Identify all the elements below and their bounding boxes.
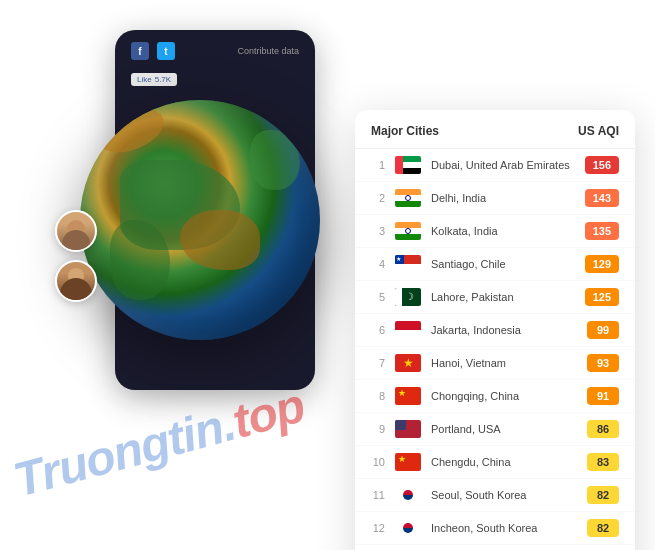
city-name: Delhi, India <box>431 192 575 204</box>
aqi-badge: 143 <box>585 189 619 207</box>
aqi-badge: 83 <box>587 453 619 471</box>
globe <box>80 100 320 340</box>
like-label: Like <box>137 75 152 84</box>
table-row: 6 Jakarta, Indonesia 99 <box>355 314 635 347</box>
city-name: Jakarta, Indonesia <box>431 324 577 336</box>
table-row: 1 Dubai, United Arab Emirates 156 <box>355 149 635 182</box>
aqi-badge: 99 <box>587 321 619 339</box>
us-aqi-label: US AQI <box>578 124 619 138</box>
facebook-icon: f <box>131 42 149 60</box>
city-name: Kolkata, India <box>431 225 575 237</box>
city-name: Portland, USA <box>431 423 577 435</box>
aqi-badge: 156 <box>585 156 619 174</box>
aqi-badge: 93 <box>587 354 619 372</box>
city-name: Santiago, Chile <box>431 258 575 270</box>
watermark-text1: Truongtin. <box>8 397 240 507</box>
rank-number: 2 <box>371 192 385 204</box>
table-row: 11 Seoul, South Korea 82 <box>355 479 635 512</box>
rank-number: 4 <box>371 258 385 270</box>
avatar-male <box>55 210 97 252</box>
city-name: Chengdu, China <box>431 456 577 468</box>
aqi-badge: 135 <box>585 222 619 240</box>
like-count: 5.7K <box>155 75 171 84</box>
city-name: Lahore, Pakistan <box>431 291 575 303</box>
aqi-badge: 86 <box>587 420 619 438</box>
globe-land-asia <box>180 210 260 270</box>
twitter-icon: t <box>157 42 175 60</box>
rank-number: 1 <box>371 159 385 171</box>
aqi-card-header: Major Cities US AQI <box>355 110 635 149</box>
globe-container <box>80 100 320 340</box>
phone-header: f t Contribute data <box>115 30 315 68</box>
table-row: 7 ★ Hanoi, Vietnam 93 <box>355 347 635 380</box>
aqi-badge: 82 <box>587 486 619 504</box>
rank-number: 7 <box>371 357 385 369</box>
table-row: 4 ★ Santiago, Chile 129 <box>355 248 635 281</box>
city-name: Hanoi, Vietnam <box>431 357 577 369</box>
avatar-container <box>55 210 97 302</box>
rank-number: 5 <box>371 291 385 303</box>
city-name: Dubai, United Arab Emirates <box>431 159 575 171</box>
avatar-female <box>55 260 97 302</box>
table-row: 10 ★ Chengdu, China 83 <box>355 446 635 479</box>
city-name: Chongqing, China <box>431 390 577 402</box>
aqi-card: Major Cities US AQI 1 Dubai, United Arab… <box>355 110 635 550</box>
contribute-label[interactable]: Contribute data <box>237 46 299 56</box>
aqi-badge: 82 <box>587 519 619 537</box>
table-row: 8 ★ Chongqing, China 91 <box>355 380 635 413</box>
rank-number: 3 <box>371 225 385 237</box>
rank-number: 11 <box>371 489 385 501</box>
table-row: 13 Tehran, Iran 82 <box>355 545 635 550</box>
watermark: Truongtin.top <box>8 377 310 507</box>
table-row: 9 Portland, USA 86 <box>355 413 635 446</box>
rank-number: 10 <box>371 456 385 468</box>
table-row: 2 Delhi, India 143 <box>355 182 635 215</box>
table-row: 12 Incheon, South Korea 82 <box>355 512 635 545</box>
table-row: 5 ☽ Lahore, Pakistan 125 <box>355 281 635 314</box>
aqi-badge: 91 <box>587 387 619 405</box>
aqi-badge: 129 <box>585 255 619 273</box>
rank-number: 8 <box>371 390 385 402</box>
rank-number: 6 <box>371 324 385 336</box>
aqi-badge: 125 <box>585 288 619 306</box>
table-row: 3 Kolkata, India 135 <box>355 215 635 248</box>
city-name: Seoul, South Korea <box>431 489 577 501</box>
like-button[interactable]: Like 5.7K <box>131 73 177 86</box>
rank-number: 9 <box>371 423 385 435</box>
rank-number: 12 <box>371 522 385 534</box>
social-icons: f t <box>131 42 175 60</box>
city-name: Incheon, South Korea <box>431 522 577 534</box>
aqi-rows-container: 1 Dubai, United Arab Emirates 156 2 Delh… <box>355 149 635 550</box>
major-cities-label: Major Cities <box>371 124 439 138</box>
